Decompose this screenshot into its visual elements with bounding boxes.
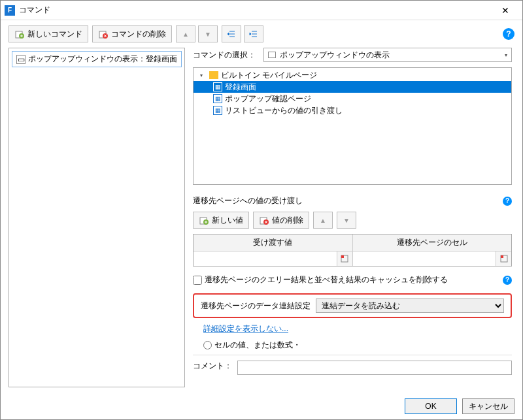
popup-icon: ▭ [16, 55, 25, 64]
outdent-button[interactable] [244, 25, 263, 42]
toolbar: 新しいコマンド コマンドの削除 ▲ ▼ ? [1, 20, 522, 48]
new-command-button[interactable]: 新しいコマンド [8, 25, 88, 42]
triangle-up-icon: ▲ [182, 31, 189, 38]
new-icon [14, 29, 25, 39]
folder-icon [209, 71, 218, 79]
hide-detail-link[interactable]: 詳細設定を表示しない... [203, 324, 288, 333]
dialog-footer: OK キャンセル [1, 393, 522, 419]
app-icon: F [5, 5, 15, 16]
page-icon: ▦ [213, 94, 222, 103]
command-select-label: コマンドの選択： [193, 50, 258, 61]
command-detail-panel: コマンドの選択： ポップアップウィンドウの表示 ▾ ▾ ビルトイン モバイルペー… [193, 48, 515, 387]
new-value-button[interactable]: 新しい値 [193, 212, 249, 229]
tree-folder[interactable]: ▾ ビルトイン モバイルページ [194, 69, 511, 81]
source-picker-button[interactable] [337, 251, 352, 266]
triangle-down-icon: ▼ [205, 31, 211, 38]
delete-icon [98, 29, 109, 39]
delete-icon [259, 215, 269, 225]
collapse-icon: ▾ [200, 73, 207, 78]
command-select-value: ポップアップウィンドウの表示 [280, 50, 390, 61]
tree-item-label: ポップアップ確認ページ [225, 93, 311, 105]
main-area: ▭ ポップアップウィンドウの表示：登録画面 コマンドの選択： ポップアップウィン… [1, 48, 522, 393]
grid-picker-icon [499, 254, 509, 263]
command-list-item[interactable]: ▭ ポップアップウィンドウの表示：登録画面 [12, 51, 182, 67]
cancel-button[interactable]: キャンセル [462, 398, 515, 414]
grid-header-target: 遷移先ページのセル [353, 234, 512, 251]
grid-picker-icon [340, 254, 349, 263]
clear-cache-label: 遷移先ページのクエリー結果と並べ替え結果のキャッシュを削除する [205, 274, 448, 285]
new-icon [199, 215, 209, 225]
tree-item[interactable]: ▦ ポップアップ確認ページ [194, 93, 511, 105]
data-link-label: 遷移先ページのデータ連結設定 [201, 300, 311, 312]
cell-value-radio-label: セルの値、または数式・ [214, 340, 301, 351]
delete-command-button[interactable]: コマンドの削除 [92, 25, 172, 42]
data-link-select[interactable]: 連結データを読み込む [316, 299, 504, 313]
triangle-up-icon: ▲ [320, 217, 326, 224]
tree-item[interactable]: ▦ リストビューからの値の引き渡し [194, 105, 511, 116]
new-value-label: 新しい値 [212, 215, 243, 226]
target-picker-button[interactable] [496, 251, 511, 266]
triangle-down-icon: ▼ [343, 217, 350, 224]
ok-button[interactable]: OK [405, 398, 457, 414]
command-list-panel: ▭ ポップアップウィンドウの表示：登録画面 [8, 48, 185, 387]
help-icon[interactable]: ? [503, 28, 515, 40]
tree-item-label: 登録画面 [225, 82, 256, 93]
page-icon: ▦ [213, 106, 222, 115]
value-grid: 受け渡す値 遷移先ページのセル [193, 234, 512, 267]
data-link-setting-highlight: 遷移先ページのデータ連結設定 連結データを読み込む [193, 293, 512, 318]
target-cell-input[interactable] [353, 251, 496, 266]
tree-item-selected[interactable]: ▦ 登録画面 [194, 81, 511, 93]
clear-cache-checkbox[interactable] [193, 276, 202, 285]
dropdown-icon: ▾ [505, 52, 507, 58]
titlebar: F コマンド ✕ [1, 1, 522, 20]
move-down-button[interactable]: ▼ [198, 25, 218, 42]
source-value-input[interactable] [194, 251, 337, 266]
command-item-label: ポップアップウィンドウの表示：登録画面 [28, 54, 177, 65]
delete-command-label: コマンドの削除 [111, 29, 166, 40]
page-icon: ▦ [213, 82, 222, 91]
move-up-button[interactable]: ▲ [176, 25, 195, 42]
move-up-button[interactable]: ▲ [313, 212, 333, 229]
svg-rect-11 [501, 255, 503, 258]
move-down-button[interactable]: ▼ [337, 212, 356, 229]
grid-header-source: 受け渡す値 [194, 234, 353, 251]
window-title: コマンド [19, 5, 492, 16]
folder-label: ビルトイン モバイルページ [221, 70, 317, 81]
tree-item-label: リストビューからの値の引き渡し [225, 105, 343, 116]
new-command-label: 新しいコマンド [27, 29, 82, 40]
svg-rect-9 [341, 255, 344, 258]
pass-value-label: 遷移先ページへの値の受け渡し [193, 195, 303, 206]
cell-value-radio[interactable] [203, 341, 212, 349]
page-tree: ▾ ビルトイン モバイルページ ▦ 登録画面 ▦ ポップアップ確認ページ ▦ リ… [193, 67, 512, 185]
popup-icon [268, 52, 276, 58]
delete-value-label: 値の削除 [272, 215, 303, 226]
delete-value-button[interactable]: 値の削除 [253, 212, 309, 229]
help-icon[interactable]: ? [503, 276, 512, 285]
comment-input[interactable] [237, 361, 512, 375]
indent-button[interactable] [222, 25, 241, 42]
command-select[interactable]: ポップアップウィンドウの表示 ▾ [263, 48, 512, 62]
close-button[interactable]: ✕ [492, 2, 518, 19]
outdent-icon [249, 29, 258, 39]
help-icon[interactable]: ? [503, 197, 512, 206]
indent-icon [227, 29, 236, 39]
comment-label: コメント： [193, 361, 232, 375]
